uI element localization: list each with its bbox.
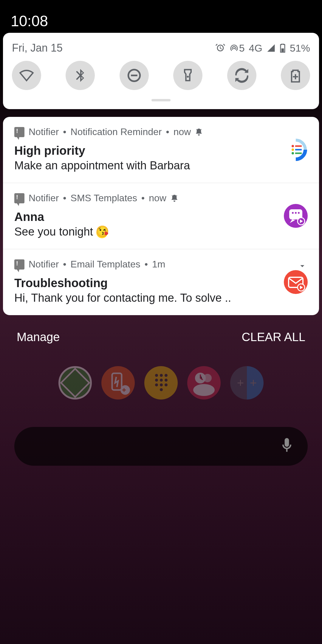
chevron-down-icon[interactable] [298,261,307,271]
dock-app-5[interactable]: ++ [230,366,264,400]
svg-point-21 [193,384,215,396]
hotspot-status: 5 [230,42,245,54]
svg-rect-22 [285,438,289,447]
dock-app-3[interactable] [144,366,178,400]
network-label: 4G [249,42,262,54]
manage-button[interactable]: Manage [17,330,60,344]
dock-app-4[interactable] [187,366,221,400]
notification-item[interactable]: Notifier • SMS Templates • now Anna See … [3,183,319,249]
battery-percent: 51% [290,42,310,54]
status-icons: 5 4G 51% [215,42,310,54]
wifi-icon [19,68,34,83]
notification-time: now [174,126,191,137]
svg-point-20 [203,374,212,382]
notification-title: Anna [14,210,308,224]
battery-icon [280,43,286,53]
battery-saver-toggle[interactable] [281,61,310,90]
notification-time: 1m [152,259,165,270]
qs-date[interactable]: Fri, Jan 15 [12,42,63,54]
bell-alert-icon [171,194,178,202]
svg-point-4 [292,145,294,147]
notification-actions: Manage CLEAR ALL [0,330,322,344]
rotation-toggle[interactable] [227,61,256,90]
app-name: Notifier [29,259,59,270]
status-bar-clock: 10:08 [11,13,48,30]
notification-item[interactable]: Notifier • Email Templates • 1m Troubles… [3,249,319,315]
notification-body: Make an appointment with Barbara [14,159,308,172]
svg-point-13 [298,212,300,214]
app-name: Notifier [29,126,59,137]
flashlight-toggle[interactable] [173,61,202,90]
hotspot-icon [230,44,239,52]
qs-toggles-row [12,61,310,90]
notifier-app-icon [14,193,24,203]
svg-point-8 [292,152,294,154]
bluetooth-icon [72,68,88,83]
rotation-icon [234,68,250,83]
quick-settings-panel: Fri, Jan 15 5 4G 51% [3,33,319,109]
dialpad-icon [152,374,170,392]
notification-body: See you tonight [14,225,308,238]
email-app-badge [284,270,308,294]
dock-app-1[interactable] [58,366,92,400]
notification-meta: Notifier • Email Templates • 1m [14,259,308,270]
svg-rect-0 [281,48,284,52]
notification-group: Notifier • Notification Reminder • now H… [3,117,319,315]
bell-alert-icon [195,128,203,136]
notification-meta: Notifier • Notification Reminder • now [14,126,308,137]
dnd-icon [126,68,142,83]
bluetooth-toggle[interactable] [66,61,95,90]
search-bar[interactable] [14,427,308,466]
notification-source: SMS Templates [71,193,137,204]
notification-meta: Notifier • SMS Templates • now [14,193,308,204]
battery-saver-icon [288,68,303,83]
flashlight-icon [180,68,196,83]
alarm-icon [215,43,225,53]
kiss-emoji [96,227,108,238]
svg-point-3 [187,76,189,78]
expand-handle[interactable] [151,99,171,101]
notification-title: Troubleshooting [14,276,308,290]
dnd-toggle[interactable] [120,61,149,90]
sms-app-badge [284,204,308,228]
notification-item[interactable]: Notifier • Notification Reminder • now H… [3,117,319,183]
clear-all-button[interactable]: CLEAR ALL [242,330,305,344]
notification-time: now [149,193,166,204]
svg-point-6 [292,148,294,151]
notification-source: Email Templates [71,259,140,270]
notification-title: High priority [14,144,308,157]
signal-icon [267,44,275,52]
notification-body: Hi, Thank you for contacting me. To solv… [14,292,308,304]
notification-source: Notification Reminder [71,126,162,137]
svg-point-11 [292,212,294,214]
app-name: Notifier [29,193,59,204]
qs-header: Fri, Jan 15 5 4G 51% [12,42,310,54]
dock-app-2[interactable] [101,366,135,400]
wifi-toggle[interactable] [12,61,41,90]
home-dock: ++ [0,366,322,400]
reminder-app-badge [284,138,308,162]
mic-icon[interactable] [280,437,293,456]
notifier-app-icon [14,259,24,270]
notifier-app-icon [14,127,24,137]
svg-point-12 [295,212,297,214]
